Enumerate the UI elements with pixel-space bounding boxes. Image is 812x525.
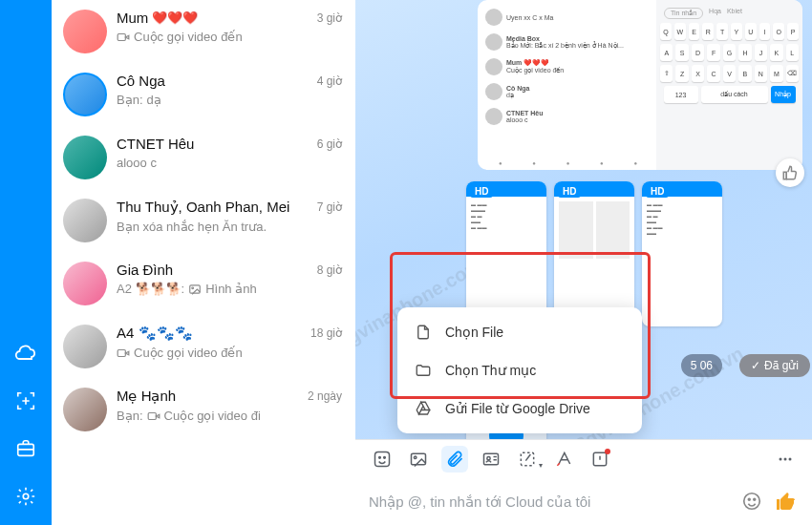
chat-title: Mum [117,10,148,26]
screenshot-icon[interactable]: ▾ [514,446,541,472]
chat-item[interactable]: CTNET Hêu alooo c 6 giờ [52,126,355,189]
attach-icon[interactable] [441,446,468,472]
svg-point-11 [414,456,417,459]
chat-item[interactable]: Gia Đình A2 🐕🐕🐕: Hình ảnh 8 giờ [52,252,355,315]
chat-item[interactable]: Cô Nga Bạn: dạ 4 giờ [52,63,355,126]
image-icon[interactable] [405,446,432,472]
chat-subtitle: Bạn: Cuộc gọi video đi [117,409,342,423]
svg-point-21 [754,498,756,500]
svg-point-20 [748,498,750,500]
left-nav-rail [0,0,52,525]
message-input-bar [355,477,812,525]
avatar [63,73,107,116]
chat-time: 18 giờ [310,326,342,340]
attach-drive-option[interactable]: Gửi File từ Google Drive [397,389,642,428]
avatar [63,325,107,368]
chat-subtitle: Bạn xóa nhắc hẹn Ăn trưa. [117,220,342,234]
chat-subtitle: alooo c [117,156,342,170]
message-area[interactable]: 3gvinaphone.com.vn 3gvinaphone.com.vn 3g… [355,0,812,439]
menu-label: Chọn File [445,325,503,340]
svg-point-4 [192,286,194,288]
emoji-icon[interactable] [739,489,764,514]
chat-time: 4 giờ [317,74,342,88]
chat-title: A4 🐾🐾🐾 [117,325,193,342]
folder-icon [415,362,432,379]
attach-folder-option[interactable]: Chọn Thư mục [397,351,642,389]
attach-menu: Chọn File Chọn Thư mục Gửi File từ Googl… [397,307,642,433]
sticker-icon[interactable] [369,446,395,472]
svg-point-16 [780,457,782,460]
chat-title: Mẹ Hạnh [117,388,176,405]
hd-badge: HD [558,185,581,198]
chat-subtitle: Cuộc gọi video đến [117,30,342,44]
chat-pane: 3gvinaphone.com.vn 3gvinaphone.com.vn 3g… [355,0,812,525]
avatar [63,199,107,242]
svg-point-1 [23,494,29,499]
chat-item[interactable]: Mẹ Hạnh Bạn: Cuộc gọi video đi 2 ngày [52,378,355,441]
chat-subtitle: Bạn: dạ [117,93,342,107]
avatar [63,136,107,179]
heart-icon: ❤️❤️❤️ [152,10,198,25]
contact-card-icon[interactable] [478,446,504,472]
google-drive-icon [415,400,432,417]
chat-item[interactable]: Mum ❤️❤️❤️ Cuộc gọi video đến 3 giờ [52,0,355,63]
chat-time: 3 giờ [317,11,342,25]
message-input[interactable] [369,494,730,510]
avatar [63,10,107,53]
message-thumbnail[interactable]: HD▬ ▬▬▬▬▬▬ ▬▬▬▬ ▬▬▬▬ [642,181,722,326]
svg-point-8 [379,456,381,458]
message-thumbnail[interactable]: HD [554,181,634,326]
format-icon[interactable] [550,446,577,472]
more-icon[interactable] [772,446,799,472]
chat-subtitle: A2 🐕🐕🐕: Hình ảnh [117,282,342,296]
message-thumbnail[interactable]: HD▬ ▬▬▬▬▬▬ ▬▬▬▬ ▬▬ [466,181,546,326]
briefcase-icon[interactable] [14,437,37,460]
chat-time: 6 giờ [317,137,342,151]
menu-label: Chọn Thư mục [445,363,536,378]
avatar [63,262,107,305]
cloud-icon[interactable] [14,342,37,365]
chat-title: Gia Đình [117,262,173,278]
priority-icon[interactable] [587,446,613,472]
chat-item[interactable]: A4 🐾🐾🐾 Cuộc gọi video đến 18 giờ [52,315,355,378]
chat-time: 2 ngày [308,389,342,403]
svg-point-18 [789,457,792,460]
compose-toolbar: ▾ [355,439,812,477]
settings-icon[interactable] [14,485,37,508]
svg-rect-12 [484,453,499,465]
svg-point-17 [784,457,787,460]
chat-title: Cô Nga [117,73,165,89]
hd-badge: HD [470,185,493,198]
svg-point-13 [487,456,490,459]
sent-status: ✓Đã gửi [739,354,810,377]
file-icon [415,324,432,341]
menu-label: Gửi File từ Google Drive [445,401,590,416]
hd-badge: HD [646,185,669,198]
chat-subtitle: Cuộc gọi video đến [117,346,342,360]
capture-icon[interactable] [14,389,37,412]
attach-file-option[interactable]: Chọn File [397,313,642,351]
svg-point-9 [384,456,386,458]
chat-title: CTNET Hêu [117,136,194,152]
message-image[interactable]: Uyen xx C x Ma Media BoxBảo Mới: Bắc xí … [478,0,802,170]
chat-time: 8 giờ [317,263,342,277]
quick-like-icon[interactable] [774,489,799,514]
chat-title: Thu Thuỷ, Oanh Phan, Mei [117,199,289,216]
chat-item[interactable]: Thu Thuỷ, Oanh Phan, Mei Bạn xóa nhắc hẹ… [52,189,355,252]
conversation-list: Mum ❤️❤️❤️ Cuộc gọi video đến 3 giờ Cô N… [52,0,355,525]
avatar [63,388,107,431]
message-time: 5 06 [681,354,722,377]
chat-time: 7 giờ [317,200,342,214]
